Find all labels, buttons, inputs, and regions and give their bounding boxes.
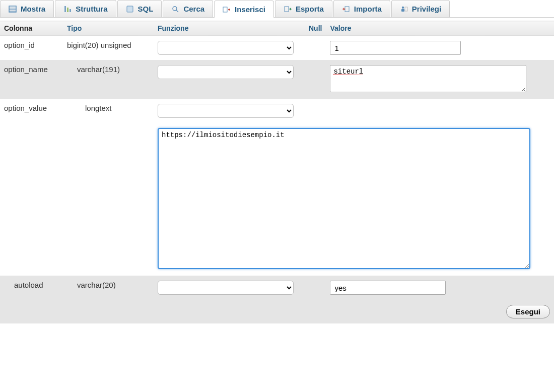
tab-sql[interactable]: SQL	[117, 0, 162, 17]
tab-label: Esporta	[296, 5, 324, 13]
header-column: Colonna	[0, 21, 63, 36]
tab-label: Inserisci	[235, 5, 265, 14]
value-textarea[interactable]: siteurl	[330, 65, 526, 92]
footer-row: Esegui	[0, 300, 554, 323]
function-select[interactable]	[158, 65, 294, 79]
cell-column: option_id	[0, 36, 63, 60]
privileges-icon	[400, 5, 408, 13]
svg-rect-7	[127, 6, 133, 12]
header-value: Valore	[326, 21, 554, 36]
cell-null	[305, 99, 326, 123]
tab-label: Struttura	[76, 5, 107, 13]
tab-mostra[interactable]: Mostra	[0, 0, 54, 17]
cell-column: autoload	[0, 276, 63, 300]
svg-rect-12	[345, 7, 349, 12]
function-select[interactable]	[158, 41, 294, 55]
cell-type: bigint(20) unsigned	[63, 36, 154, 60]
table-row: option_id bigint(20) unsigned	[0, 36, 554, 60]
function-select[interactable]	[158, 104, 294, 118]
cell-type: longtext	[63, 99, 154, 123]
tab-cerca[interactable]: Cerca	[163, 0, 213, 17]
svg-rect-6	[70, 9, 71, 12]
tab-inserisci[interactable]: Inserisci	[214, 1, 274, 18]
tab-esporta[interactable]: Esporta	[275, 0, 332, 17]
cell-type: varchar(20)	[63, 276, 154, 300]
svg-rect-15	[405, 7, 407, 11]
value-input[interactable]	[330, 41, 461, 55]
sql-icon	[126, 5, 134, 13]
function-select[interactable]	[158, 281, 294, 295]
execute-button[interactable]: Esegui	[506, 305, 550, 318]
svg-rect-14	[401, 9, 404, 12]
svg-line-9	[176, 10, 178, 12]
cell-null	[305, 36, 326, 60]
tab-privilegi[interactable]: Privilegi	[391, 0, 450, 17]
structure-icon	[63, 5, 72, 13]
search-icon	[171, 5, 179, 13]
insert-form-table: Colonna Tipo Funzione Null Valore option…	[0, 21, 554, 323]
svg-point-8	[173, 7, 177, 11]
table-row: option_name varchar(191) siteurl	[0, 60, 554, 99]
browse-icon	[9, 5, 17, 13]
tab-label: SQL	[138, 5, 154, 13]
svg-rect-10	[223, 7, 227, 12]
tab-bar: Mostra Struttura SQL Cerca Inserisci Esp…	[0, 0, 554, 18]
tab-label: Privilegi	[412, 5, 441, 13]
cell-column: option_value	[0, 99, 63, 123]
tab-label: Importa	[354, 5, 382, 13]
import-icon	[342, 5, 350, 13]
header-null: Null	[305, 21, 326, 36]
header-row: Colonna Tipo Funzione Null Valore	[0, 21, 554, 36]
svg-point-13	[402, 6, 404, 8]
header-function: Funzione	[154, 21, 305, 36]
cell-column: option_name	[0, 60, 63, 99]
svg-rect-5	[67, 8, 68, 12]
table-row-expanded-value: https://ilmiositodiesempio.it	[0, 123, 554, 276]
value-textarea-large[interactable]: https://ilmiositodiesempio.it	[158, 128, 530, 269]
svg-rect-4	[64, 6, 66, 12]
cell-null	[305, 60, 326, 99]
svg-rect-11	[285, 7, 289, 12]
cell-type: varchar(191)	[63, 60, 154, 99]
tab-label: Cerca	[183, 5, 204, 13]
tab-struttura[interactable]: Struttura	[55, 0, 116, 17]
cell-null	[305, 276, 326, 300]
table-row: autoload varchar(20)	[0, 276, 554, 300]
tab-importa[interactable]: Importa	[333, 0, 390, 17]
tab-label: Mostra	[21, 5, 45, 13]
value-input[interactable]	[330, 281, 446, 295]
header-type: Tipo	[63, 21, 154, 36]
table-row: option_value longtext	[0, 99, 554, 123]
export-icon	[284, 5, 292, 13]
insert-icon	[223, 6, 231, 14]
